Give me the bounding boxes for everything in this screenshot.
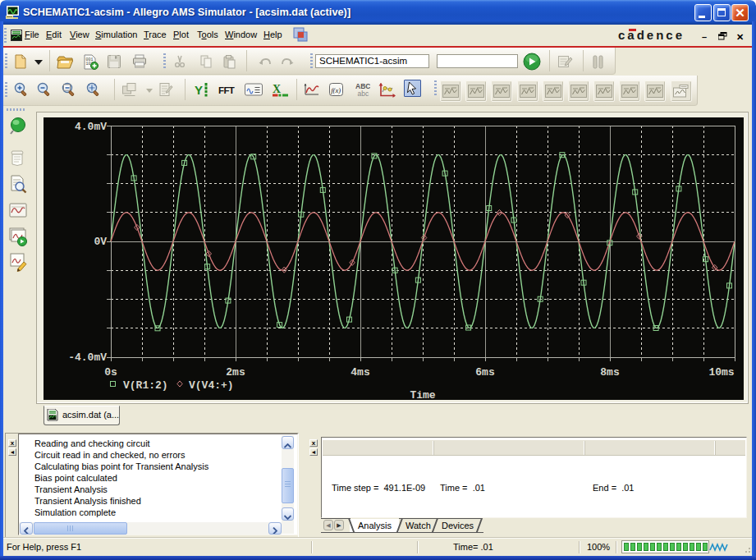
svg-text:10ms: 10ms [708,366,734,379]
svg-text:-4.0mV: -4.0mV [68,351,107,364]
svg-text:FFT: FFT [218,85,235,95]
svg-text:Time: Time [410,389,435,400]
svg-text:0V: 0V [94,236,107,248]
svg-text:6ms: 6ms [475,366,495,379]
svg-text:abc: abc [358,90,369,97]
svg-text:4ms: 4ms [351,366,370,379]
svg-text:8ms: 8ms [600,366,620,379]
svg-text:f(x): f(x) [331,86,341,94]
svg-text:Y: Y [195,83,203,97]
svg-text:V(R1:2): V(R1:2) [123,379,168,392]
svg-text:0s: 0s [104,366,117,379]
svg-text:4.0mV: 4.0mV [75,121,107,133]
svg-text:V(V4:+): V(V4:+) [189,379,234,392]
svg-text:2ms: 2ms [226,366,245,379]
svg-text:X: X [273,83,281,95]
